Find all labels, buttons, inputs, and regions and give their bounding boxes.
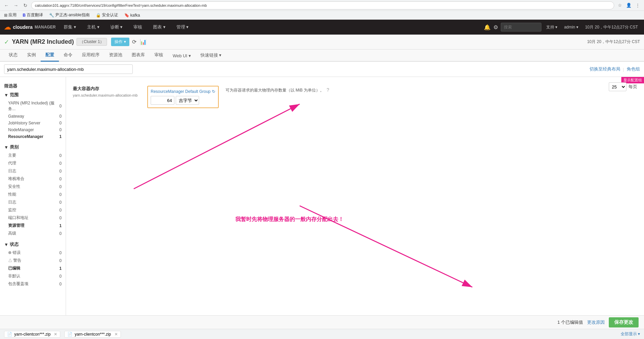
sidebar-item-resourcemanager[interactable]: ResourceManager 1 [0, 133, 66, 140]
ansible-icon: 🔧 [49, 13, 54, 18]
sidebar-item-jobhistory[interactable]: JobHistory Server 0 [0, 120, 66, 126]
sidebar-category-header[interactable]: ▼ 类别 [0, 143, 66, 152]
svg-line-2 [134, 104, 300, 189]
sidebar-item-proxy[interactable]: 代理 0 [0, 159, 66, 167]
per-page-select[interactable]: 25 50 100 [609, 82, 626, 91]
url-bar[interactable] [31, 1, 614, 9]
reload-button[interactable]: ↻ [22, 2, 29, 9]
sidebar-item-error[interactable]: ⊗ 错误 0 [0, 249, 66, 257]
sidebar-item-monitor[interactable]: 监控 0 [0, 206, 66, 214]
show-all-button[interactable]: 全部显示 ▾ [621, 332, 640, 336]
config-unit-select[interactable]: 吉字节 兆字节 [176, 96, 199, 105]
tab-apps[interactable]: 应用程序 [77, 49, 104, 62]
actions-button[interactable]: 操作 ▾ [111, 38, 129, 46]
classic-layout-link[interactable]: 切换至经典布局 [589, 66, 620, 72]
download-close-1[interactable]: ✕ [54, 332, 57, 337]
cloudera-logo-icon: ☁ [4, 23, 11, 31]
report-icon[interactable]: 📊 [139, 38, 147, 46]
bookmark-baidu[interactable]: B 百度翻译 [21, 12, 44, 19]
settings-icon[interactable]: ⚙ [493, 24, 498, 31]
save-button[interactable]: 保存更改 [609, 317, 639, 327]
admin-button[interactable]: admin ▾ [562, 24, 580, 30]
tab-status[interactable]: 状态 [4, 49, 22, 62]
role-group-link[interactable]: 角色组 [627, 66, 640, 72]
nav-diagnostics[interactable]: 诊断 ▾ [108, 23, 126, 32]
sidebar-status-header[interactable]: ▼ 状态 [0, 240, 66, 249]
tab-chart-library[interactable]: 图表库 [127, 49, 150, 62]
config-group-header: ResourceManager Default Group ↻ [151, 89, 215, 94]
sidebar-item-nodemanager[interactable]: NodeManager 0 [0, 126, 66, 133]
per-page-label: 每页 [628, 84, 637, 90]
filter-bar: 切换至经典布局 | 角色组 [0, 62, 644, 77]
webui-dropdown[interactable]: Web UI ▾ [168, 51, 196, 61]
sidebar-item-log[interactable]: 日志 0 [0, 167, 66, 175]
svg-line-3 [300, 206, 472, 287]
sidebar-scope-header[interactable]: ▼ 范围 [0, 91, 66, 99]
sidebar-item-advanced[interactable]: 高级 0 [0, 230, 66, 237]
bookmark-apps[interactable]: ⊞ 应用 [3, 12, 18, 19]
sidebar: 筛选器 ▼ 范围 YARN (MR2 Included) (服务... 0 Ga… [0, 77, 66, 339]
datetime-label: 10月 20，中午12点27分 CST [583, 24, 640, 31]
bookmark-ansible[interactable]: 🔧 尹正杰-ansible指南 [48, 12, 91, 19]
cm-header: ☁ cloudera MANAGER 群集 ▾ 主机 ▾ 诊断 ▾ 审核 图表 … [0, 20, 644, 35]
quicklinks-dropdown[interactable]: 快速链接 ▾ [196, 49, 227, 61]
support-button[interactable]: 支持 ▾ [544, 24, 559, 31]
sidebar-item-logs[interactable]: 日志 0 [0, 198, 66, 206]
bookmarks-bar: ⊞ 应用 B 百度翻译 🔧 尹正杰-ansible指南 🔒 安全认证 🔖 kaf… [0, 11, 644, 20]
sidebar-item-performance[interactable]: 性能 0 [0, 191, 66, 198]
cm-logo: ☁ cloudera MANAGER [4, 23, 56, 31]
datetime-display: 10月 20，中午12点27分 CST [587, 39, 640, 45]
tab-commands[interactable]: 命令 [59, 49, 77, 62]
header-icons: 🔔 ⚙ [484, 24, 498, 31]
sidebar-item-nondefault[interactable]: 非默认 0 [0, 272, 66, 280]
chevron-down-icon: ▼ [4, 93, 8, 98]
sidebar-title: 筛选器 [0, 80, 66, 91]
bottom-bar: 1 个已编辑值 更改原因 保存更改 [0, 315, 644, 329]
sidebar-item-resource-mgmt[interactable]: 资源管理 1 [0, 222, 66, 230]
back-button[interactable]: ← [3, 2, 10, 9]
bookmark-kafka[interactable]: 🔖 kafka [123, 12, 142, 18]
sidebar-item-yarn[interactable]: YARN (MR2 Included) (服务... 0 [0, 99, 66, 113]
tab-resource-pool[interactable]: 资源池 [104, 49, 127, 62]
annotation-text: 我暂时先将物理服务器的一般内存分配出去！ [235, 216, 344, 223]
tab-instances[interactable]: 实例 [22, 49, 41, 62]
manager-text: MANAGER [35, 25, 56, 29]
download-item-1[interactable]: 📄 yarn-clientcon***.zip ✕ [4, 331, 60, 338]
nav-manage[interactable]: 管理 ▾ [174, 23, 192, 32]
sidebar-item-overrides[interactable]: 包含覆盖项 0 [0, 280, 66, 288]
baidu-icon: B [23, 13, 26, 18]
revert-link[interactable]: 更改原因 [587, 319, 605, 325]
sidebar-item-edited[interactable]: 已编辑 1 [0, 264, 66, 272]
help-icon[interactable]: ? [326, 87, 329, 93]
config-value-input[interactable] [151, 96, 174, 105]
filter-input[interactable] [4, 64, 133, 74]
tab-config[interactable]: 配置 [41, 49, 59, 62]
restart-icon[interactable]: ⟳ [131, 38, 137, 46]
sidebar-item-ports[interactable]: 端口和地址 0 [0, 214, 66, 222]
profile-button[interactable]: 👤 [625, 2, 632, 9]
bell-icon[interactable]: 🔔 [484, 24, 491, 31]
sidebar-item-security[interactable]: 安全性 0 [0, 183, 66, 191]
sidebar-item-warning[interactable]: △ 警告 0 [0, 257, 66, 264]
nav-cluster[interactable]: 群集 ▾ [61, 23, 79, 32]
group-refresh-icon[interactable]: ↻ [212, 89, 215, 94]
kafka-icon: 🔖 [124, 13, 129, 18]
nav-hosts[interactable]: 主机 ▾ [84, 23, 102, 32]
service-name: YARN (MR2 Included) [12, 38, 74, 45]
sidebar-item-gateway[interactable]: Gateway 0 [0, 113, 66, 120]
nav-audit[interactable]: 审核 [131, 23, 145, 32]
bookmark-security[interactable]: 🔒 安全认证 [94, 12, 120, 19]
bookmark-button[interactable]: ☆ [616, 2, 624, 9]
sidebar-item-stack[interactable]: 堆栈堆合 0 [0, 175, 66, 183]
tab-audit[interactable]: 审核 [150, 49, 168, 62]
search-input[interactable] [501, 23, 541, 32]
edited-count-text: 1 个已编辑值 [557, 319, 583, 325]
download-bar: 📄 yarn-clientcon***.zip ✕ 📄 yarn-clientc… [0, 329, 644, 339]
menu-button[interactable]: ⋮ [634, 2, 641, 9]
cluster-label[interactable]: （Cluster 1） [77, 38, 107, 46]
sidebar-item-main[interactable]: 主要 0 [0, 152, 66, 159]
nav-charts[interactable]: 图表 ▾ [150, 23, 168, 32]
forward-button[interactable]: → [12, 2, 20, 9]
download-item-2[interactable]: 📄 yarn-clientcon***.zip ✕ [64, 331, 121, 338]
download-close-2[interactable]: ✕ [114, 332, 118, 337]
